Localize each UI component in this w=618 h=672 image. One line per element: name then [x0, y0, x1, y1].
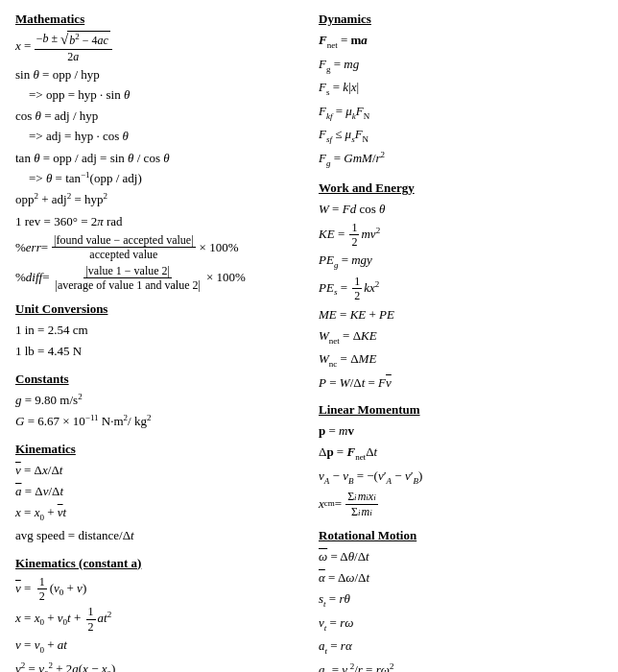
formula-vbar: v = Δx/Δt [15, 461, 299, 480]
section-linear-momentum-title: Linear Momentum [319, 402, 603, 418]
page: Mathematics x = −b ± √ b2 − 4ac 2a sin θ… [15, 12, 603, 672]
formula-x-kinematic: x = x0 + v0t + 1 2 at2 [15, 605, 299, 634]
formula-v-at: v = v0 + at [15, 636, 299, 658]
formula-x-x0-vt: x = x0 + vt [15, 503, 299, 525]
section-kinematics-title: Kinematics [15, 442, 299, 457]
formula-alpha-bar: α = Δω/Δt [319, 568, 603, 588]
formula-fg-mg: Fg = mg [319, 55, 603, 77]
formula-Wnet: Wnet = ΔKE [319, 326, 603, 348]
formula-lb-n: 1 lb = 4.45 N [15, 342, 299, 361]
section-rotational-motion-title: Rotational Motion [319, 528, 603, 543]
formula-ME: ME = KE + PE [319, 305, 603, 324]
section-dynamics-title: Dynamics [319, 12, 603, 27]
formula-rev: 1 rev = 360° = 2π rad [15, 212, 299, 231]
section-work-energy-title: Work and Energy [319, 180, 603, 196]
formula-g: g = 9.80 m/s2 [15, 391, 299, 410]
formula-sin: sin θ = opp / hyp => opp = hyp · sin θ [15, 65, 299, 105]
formula-at: at = rα [319, 636, 603, 659]
formula-avg-speed: avg speed = distance/Δt [15, 526, 299, 545]
section-mathematics-title: Mathematics [15, 12, 299, 27]
formula-ac: ac = vt2/r = rω2 [319, 660, 603, 672]
formula-W: W = Fd cos θ [319, 200, 603, 219]
formula-G: G = 6.67 × 10−11 N·m2/ kg2 [15, 412, 299, 431]
formula-tan: tan θ = opp / adj = sin θ / cos θ => θ =… [15, 149, 299, 189]
formula-Wnc: Wnc = ΔME [319, 349, 603, 372]
section-unit-conversions-title: Unit Conversions [15, 301, 299, 317]
formula-fsf: Fsf ≤ μsFN [319, 125, 603, 147]
formula-fs-kx: Fs = k|x| [319, 78, 603, 100]
formula-delta-p: Δp = FnetΔt [319, 443, 603, 465]
formula-vbar-avg: v = 1 2 (v0 + v) [15, 575, 299, 604]
formula-inch-cm: 1 in = 2.54 cm [15, 321, 299, 340]
section-kinematics-const-title: Kinematics (constant a) [15, 556, 299, 571]
formula-va-vb: vA − vB = −(v′A − v′B) [319, 467, 603, 489]
section-constants-title: Constants [15, 372, 299, 387]
formula-PEs: PEs = 1 2 kx2 [319, 275, 603, 303]
formula-quadratic: x = −b ± √ b2 − 4ac 2a [15, 31, 299, 63]
formula-KE: KE = 1 2 mv2 [319, 221, 603, 250]
formula-omega-bar: ω = Δθ/Δt [319, 547, 603, 566]
formula-percent-err: % err = |found value − accepted value| a… [15, 233, 299, 262]
formula-abar: a = Δv/Δt [15, 482, 299, 501]
formula-st: st = rθ [319, 589, 603, 612]
formula-v2-kinematic: v2 = v02 + 2a(x − x0) [15, 660, 299, 672]
formula-vt: vt = rω [319, 613, 603, 636]
formula-PEg: PEg = mgy [319, 251, 603, 273]
formula-P-power: P = W/Δt = Fv [319, 373, 603, 393]
formula-fkf: Fkf = μkFN [319, 102, 603, 124]
formula-pythagorean: opp2 + adj2 = hyp2 [15, 190, 299, 209]
formula-percent-diff: % diff = |value 1 − value 2| |average of… [15, 264, 299, 293]
right-column: Dynamics Fnet = ma Fg = mg Fs = k|x| Fkf… [309, 12, 603, 672]
formula-fnet-ma: Fnet = ma [319, 31, 603, 53]
formula-cos: cos θ = adj / hyp => adj = hyp · cos θ [15, 107, 299, 146]
formula-p-mv: p = mv [319, 421, 603, 441]
formula-xcm: xcm = Σi mixi Σi mi [319, 490, 603, 518]
left-column: Mathematics x = −b ± √ b2 − 4ac 2a sin θ… [15, 12, 309, 672]
formula-fg-grav: Fg = GmM/r2 [319, 149, 603, 171]
